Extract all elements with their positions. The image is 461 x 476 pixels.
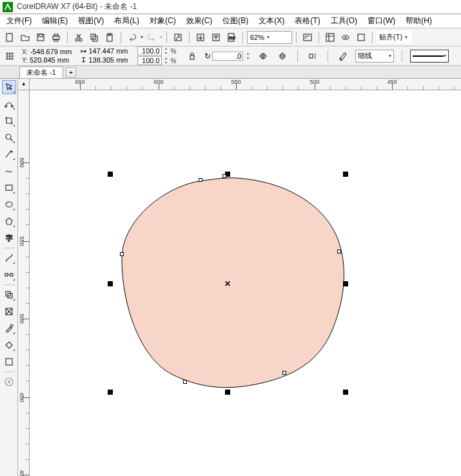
crop-tool[interactable] [2, 114, 16, 128]
show-guides-button[interactable] [354, 30, 368, 45]
shape-node[interactable] [282, 371, 286, 375]
lock-ratio-button[interactable] [185, 49, 199, 63]
selection-handle[interactable] [225, 390, 230, 395]
connector-tool[interactable] [2, 268, 16, 282]
scale-x-input[interactable] [137, 46, 162, 55]
show-grid-button[interactable] [338, 30, 353, 45]
selection-handle[interactable] [108, 281, 113, 286]
show-rulers-button[interactable] [323, 30, 337, 45]
artistic-media-tool[interactable] [2, 164, 16, 178]
selection-handle[interactable] [343, 172, 348, 177]
menu-view[interactable]: 视图(V) [73, 14, 109, 28]
print-button[interactable] [49, 30, 63, 45]
ruler-h-label: 650 [75, 79, 84, 85]
pick-tool[interactable] [2, 80, 16, 94]
rotation-spinner[interactable]: ▴▾ [244, 52, 251, 61]
menu-layout[interactable]: 布局(L) [109, 14, 144, 28]
transparency-tool[interactable] [2, 304, 16, 319]
width-value[interactable]: 147.447 mm [88, 47, 128, 55]
publish-pdf-button[interactable]: PDF [224, 30, 239, 45]
shape-node[interactable] [199, 178, 202, 182]
zoom-tool[interactable] [2, 130, 16, 144]
ellipse-tool[interactable] [2, 197, 16, 212]
paste-button[interactable] [103, 30, 117, 45]
width-icon: ↦ [81, 47, 86, 55]
menu-text[interactable]: 文本(X) [253, 14, 289, 28]
menu-bar: 文件(F) 编辑(E) 视图(V) 布局(L) 对象(C) 效果(C) 位图(B… [0, 14, 461, 28]
shape-node[interactable] [222, 174, 226, 178]
menu-effects[interactable]: 效果(C) [181, 14, 218, 28]
y-value[interactable]: 520.845 mm [30, 56, 69, 64]
ruler-origin[interactable]: ✦ [18, 79, 30, 90]
selection-handle[interactable] [108, 390, 113, 395]
parallel-dim-tool[interactable] [2, 251, 16, 265]
freehand-tool[interactable] [2, 147, 16, 161]
menu-edit[interactable]: 编辑(E) [37, 14, 73, 28]
ruler-vertical[interactable]: 600550500450400 [18, 90, 30, 476]
selection-handle[interactable] [343, 281, 348, 286]
height-value[interactable]: 138.305 mm [88, 56, 128, 64]
outline-pen-icon[interactable] [336, 49, 350, 63]
drawing-surface[interactable]: ✕ [30, 90, 461, 476]
fullscreen-button[interactable] [300, 30, 315, 45]
export-button[interactable] [209, 30, 223, 45]
quick-customize-button[interactable] [2, 375, 16, 389]
redo-button[interactable] [144, 30, 159, 45]
copy-button[interactable] [87, 30, 101, 45]
menu-object[interactable]: 对象(C) [144, 14, 181, 28]
open-button[interactable] [18, 30, 32, 45]
separator [402, 50, 402, 62]
line-style-combo[interactable]: ▾ [410, 50, 449, 63]
menu-bitmap[interactable]: 位图(B) [217, 14, 253, 28]
new-button[interactable] [3, 30, 17, 45]
shape-node[interactable] [337, 250, 341, 253]
outline-width-combo[interactable]: 细线 ▾ [355, 50, 394, 63]
svg-rect-42 [10, 273, 13, 276]
rectangle-tool[interactable] [2, 181, 16, 195]
zoom-combo[interactable]: 62% ▾ [247, 31, 292, 44]
shape-node[interactable] [183, 380, 187, 384]
add-document-button[interactable]: + [66, 67, 76, 77]
scale-y-input[interactable] [137, 56, 162, 65]
cut-button[interactable] [72, 30, 86, 45]
shape-node[interactable] [120, 252, 124, 256]
menu-help[interactable]: 帮助(H) [400, 14, 437, 28]
ruler-v-label: 450 [19, 392, 25, 402]
standard-toolbar: ▾ ▾ PDF 62% ▾ 贴齐(T) ▾ [0, 28, 461, 46]
menu-file[interactable]: 文件(F) [1, 14, 37, 28]
x-value[interactable]: -548.679 mm [30, 48, 72, 55]
title-bar: CorelDRAW X7 (64-Bit) - 未命名 -1 [0, 0, 461, 14]
undo-button[interactable] [125, 30, 139, 45]
drop-shadow-tool[interactable] [2, 288, 16, 302]
eyedropper-tool[interactable] [2, 321, 16, 335]
mirror-v-button[interactable] [275, 49, 289, 63]
canvas[interactable]: ✦ 650600550500450400 600550500450400 ✕ [18, 79, 461, 476]
svg-rect-47 [6, 359, 12, 365]
selected-shape[interactable] [30, 90, 461, 476]
svg-rect-17 [304, 34, 311, 41]
menu-table[interactable]: 表格(T) [289, 14, 325, 28]
origin-icon[interactable] [3, 49, 17, 63]
interactive-fill-tool[interactable] [2, 338, 16, 352]
menu-window[interactable]: 窗口(W) [362, 14, 400, 28]
text-tool[interactable]: 字 [2, 231, 16, 245]
save-button[interactable] [34, 30, 48, 45]
svg-text:字: 字 [6, 234, 13, 242]
redo-dropdown[interactable]: ▾ [160, 34, 162, 40]
document-tab[interactable]: 未命名 -1 [19, 66, 63, 78]
rotation-input[interactable] [212, 52, 243, 61]
snap-combo[interactable]: 贴齐(T) ▾ [377, 31, 412, 44]
selection-handle[interactable] [108, 172, 113, 177]
menu-tools[interactable]: 工具(O) [326, 14, 362, 28]
import-button[interactable] [193, 30, 208, 45]
smart-fill-tool[interactable] [2, 355, 16, 369]
selection-handle[interactable] [343, 390, 348, 395]
search-button[interactable] [171, 30, 185, 45]
shape-tool[interactable] [2, 97, 16, 111]
polygon-tool[interactable] [2, 214, 16, 228]
ruler-horizontal[interactable]: 650600550500450400 [30, 79, 461, 90]
height-icon: ↧ [81, 56, 86, 64]
undo-dropdown[interactable]: ▾ [141, 34, 143, 40]
mirror-h-button[interactable] [256, 49, 270, 63]
wrap-text-button[interactable] [306, 49, 320, 63]
